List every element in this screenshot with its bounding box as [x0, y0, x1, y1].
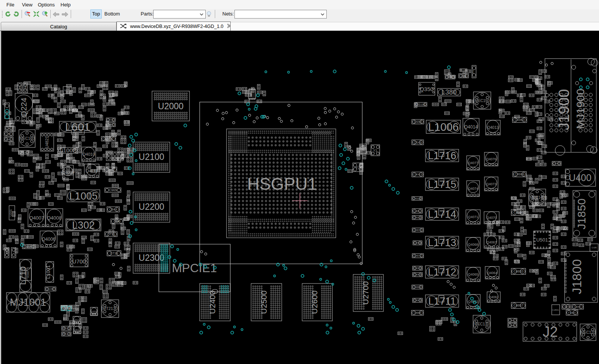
svg-text:L1711: L1711: [428, 296, 456, 307]
svg-text:L1714: L1714: [428, 209, 456, 220]
svg-text:J2: J2: [543, 324, 558, 340]
svg-text:C4909: C4909: [414, 299, 422, 302]
svg-text:U501: U501: [536, 237, 548, 243]
svg-text:Q350: Q350: [420, 86, 434, 92]
svg-text:C4901: C4901: [553, 162, 561, 165]
svg-text:MPCIE1: MPCIE1: [172, 261, 217, 275]
svg-text:MEC160: MEC160: [20, 136, 34, 141]
svg-text:MEC150: MEC150: [475, 99, 490, 103]
svg-text:C1840: C1840: [562, 305, 570, 308]
svg-text:L1716: L1716: [428, 150, 456, 161]
svg-text:L1001: L1001: [45, 265, 51, 279]
svg-text:U2400: U2400: [208, 291, 217, 314]
svg-text:MEC120: MEC120: [581, 330, 596, 335]
svg-text:C1841: C1841: [574, 305, 582, 308]
svg-text:J1850: J1850: [575, 198, 588, 229]
svg-text:R5166: R5166: [416, 103, 425, 106]
svg-text:Q4074: Q4074: [468, 187, 478, 191]
svg-text:C550: C550: [414, 120, 422, 124]
svg-text:C58: C58: [24, 85, 27, 90]
svg-text:HSGPU1: HSGPU1: [247, 174, 317, 194]
svg-text:C549: C549: [414, 141, 422, 144]
svg-text:MT2130: MT2130: [102, 306, 118, 311]
svg-text:Q4014: Q4014: [464, 124, 478, 130]
svg-text:C116: C116: [461, 69, 467, 71]
svg-text:Y1: Y1: [373, 149, 377, 152]
svg-text:C4908: C4908: [414, 242, 422, 244]
svg-text:Cr1011: Cr1011: [90, 310, 98, 313]
svg-text:C4918: C4918: [413, 216, 421, 219]
svg-text:C841: C841: [510, 319, 515, 322]
svg-text:U2600: U2600: [310, 291, 319, 314]
svg-text:C4833: C4833: [514, 270, 524, 273]
svg-text:Y2: Y2: [355, 166, 360, 169]
svg-text:Q4070: Q4070: [486, 216, 497, 220]
svg-text:C965: C965: [109, 188, 117, 192]
svg-text:U2300: U2300: [139, 253, 164, 263]
svg-text:U4821: U4821: [45, 136, 49, 148]
svg-text:L1712: L1712: [428, 266, 456, 278]
svg-text:L1005: L1005: [69, 191, 98, 202]
svg-text:L1006: L1006: [428, 121, 459, 133]
svg-text:L1713: L1713: [428, 237, 456, 248]
svg-text:C4873: C4873: [414, 229, 422, 231]
svg-text:R1085: R1085: [73, 123, 82, 127]
svg-text:C4903: C4903: [414, 267, 422, 270]
svg-text:Q4077: Q4077: [468, 161, 478, 165]
svg-text:Q4006: Q4006: [42, 237, 55, 242]
svg-text:C4936: C4936: [515, 172, 525, 176]
svg-text:C4884: C4884: [413, 286, 421, 288]
svg-text:C1060: C1060: [47, 288, 54, 290]
svg-text:U2200: U2200: [139, 202, 164, 212]
svg-text:MEC130: MEC130: [475, 322, 489, 326]
svg-text:C4953: C4953: [515, 118, 525, 122]
svg-text:C316: C316: [6, 127, 12, 130]
svg-text:R319: R319: [6, 138, 12, 141]
svg-text:C719: C719: [110, 251, 118, 255]
svg-text:C944: C944: [109, 208, 118, 211]
svg-text:C4913: C4913: [413, 173, 422, 176]
svg-text:U2500: U2500: [259, 291, 268, 314]
svg-text:Q4061: Q4061: [489, 295, 499, 299]
svg-text:R515: R515: [63, 327, 70, 330]
svg-text:U201: U201: [9, 209, 12, 217]
svg-text:Q4076: Q4076: [486, 157, 496, 161]
svg-text:Q4073: Q4073: [486, 182, 496, 186]
svg-text:R1080: R1080: [27, 271, 29, 278]
svg-text:U2700: U2700: [361, 281, 370, 305]
svg-text:C840: C840: [510, 324, 515, 327]
svg-text:C4857: C4857: [514, 304, 524, 307]
svg-text:C4885: C4885: [414, 311, 422, 314]
svg-text:Q4007: Q4007: [29, 215, 44, 221]
svg-text:U2000: U2000: [158, 101, 184, 111]
svg-text:Q542: Q542: [74, 329, 80, 331]
svg-text:Cr185: Cr185: [591, 246, 597, 249]
svg-text:C4914: C4914: [413, 197, 421, 200]
svg-text:R514: R514: [63, 332, 70, 336]
svg-text:Q4010: Q4010: [82, 152, 95, 156]
svg-text:L380: L380: [441, 88, 456, 96]
svg-text:Q4008: Q4008: [47, 215, 62, 221]
svg-text:C4912: C4912: [413, 210, 421, 212]
svg-text:C4872: C4872: [414, 254, 422, 257]
svg-text:L302: L302: [72, 220, 95, 231]
svg-text:Q224: Q224: [19, 98, 28, 117]
svg-text:Q4067: Q4067: [486, 240, 497, 244]
svg-text:C1801: C1801: [552, 309, 559, 311]
svg-text:C56: C56: [19, 85, 21, 90]
svg-text:Q4068: Q4068: [468, 243, 478, 246]
svg-text:C4904: C4904: [414, 273, 422, 276]
svg-text:Q4065: Q4065: [468, 273, 478, 276]
svg-text:Q4013: Q4013: [487, 125, 498, 130]
svg-text:C910: C910: [108, 119, 114, 121]
svg-text:F4: F4: [472, 70, 474, 73]
svg-text:Q519: Q519: [74, 319, 80, 321]
svg-text:U700: U700: [72, 258, 86, 265]
svg-text:C314: C314: [6, 133, 12, 135]
svg-text:J1800: J1800: [570, 259, 584, 294]
svg-text:Q4064: Q4064: [487, 271, 497, 275]
svg-text:U2100: U2100: [139, 152, 164, 162]
svg-text:MJ1001: MJ1001: [10, 297, 46, 308]
svg-text:U400: U400: [569, 172, 591, 183]
svg-text:F1800: F1800: [568, 311, 576, 314]
